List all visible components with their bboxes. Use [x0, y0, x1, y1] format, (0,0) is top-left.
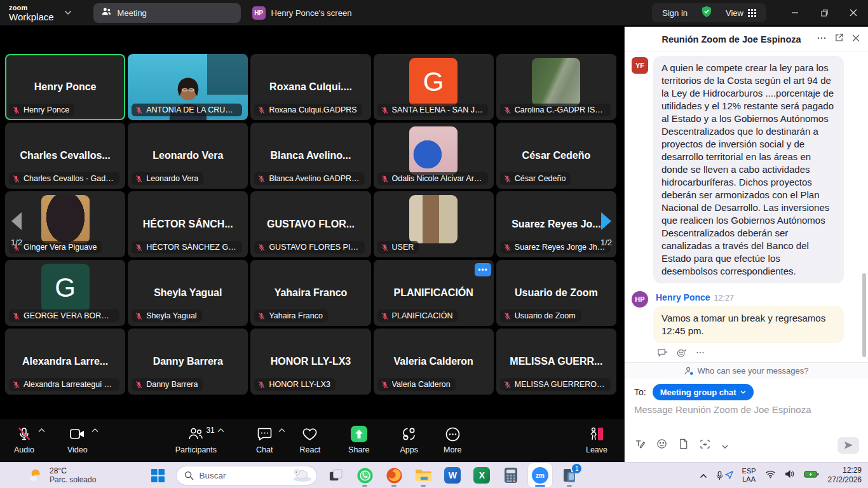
- clock[interactable]: 12:29 27/2/2026: [828, 466, 862, 485]
- view-button[interactable]: View: [726, 8, 756, 18]
- audio-button[interactable]: Audio: [14, 426, 34, 454]
- hidden-icons-chevron[interactable]: [700, 470, 707, 481]
- participant-tile[interactable]: Sheyla YagualSheyla Yagual: [128, 260, 248, 326]
- tile-more-options-button[interactable]: •••: [475, 263, 491, 276]
- participant-tile[interactable]: César CedeñoCésar Cedeño: [496, 123, 616, 189]
- mic-muted-icon: [12, 381, 20, 389]
- participant-tile[interactable]: Blanca Avelino...Blanca Avelino GADPR AN…: [250, 123, 370, 189]
- participant-name-pill: Leonardo Vera: [132, 172, 203, 185]
- screen-capture-icon[interactable]: [700, 439, 710, 452]
- chat-more-icon[interactable]: [817, 33, 827, 46]
- participant-name-pill: Valeria Calderon: [377, 378, 456, 391]
- mic-location-indicators[interactable]: [716, 471, 733, 480]
- privacy-note[interactable]: Who can see your messages?: [625, 362, 868, 379]
- battery-icon[interactable]: [804, 470, 819, 481]
- gallery-prev-page-button[interactable]: 1/2: [3, 211, 31, 247]
- participant-tile[interactable]: Carolina C.-GADPR ISLA SA...: [496, 54, 616, 120]
- restore-button[interactable]: [810, 0, 839, 25]
- participant-label: GEORGE VERA BORBOR: [24, 311, 114, 320]
- tab-meeting[interactable]: Meeting: [93, 3, 241, 23]
- participant-tile[interactable]: Leonardo VeraLeonardo Vera: [128, 123, 248, 189]
- start-button[interactable]: [146, 463, 170, 487]
- participant-tile[interactable]: Danny BarreraDanny Barrera: [128, 329, 248, 395]
- participant-tile[interactable]: MELISSA GUERR...MELISSA GUERRERO GADP...: [496, 329, 616, 395]
- apps-button[interactable]: Apps: [400, 426, 418, 454]
- chevron-up-icon[interactable]: [38, 428, 45, 433]
- message-sender[interactable]: Henry Ponce12:27: [656, 292, 734, 302]
- search-input[interactable]: [199, 471, 275, 480]
- security-shield-icon[interactable]: [700, 5, 713, 20]
- participant-tile[interactable]: ANTONIA DE LA CRUZ-GA...: [128, 54, 248, 120]
- react-button[interactable]: React: [299, 426, 320, 454]
- message-input[interactable]: [634, 404, 858, 415]
- chat-scrollbar[interactable]: [862, 273, 866, 357]
- mic-muted-icon: [503, 381, 512, 389]
- language-indicator[interactable]: ESP LAA: [742, 467, 756, 483]
- chevron-up-icon[interactable]: [278, 428, 285, 433]
- participant-tile[interactable]: HONOR LLY-LX3HONOR LLY-LX3: [250, 329, 370, 395]
- send-button[interactable]: [837, 437, 859, 454]
- taskbar-app-whatsapp[interactable]: [353, 463, 377, 487]
- chat-close-icon[interactable]: [851, 34, 860, 45]
- taskbar-app-taskview[interactable]: [323, 463, 348, 487]
- message-more-icon[interactable]: [696, 348, 705, 360]
- taskbar-app-calculator[interactable]: [499, 463, 523, 487]
- recipient-selector[interactable]: Meeting group chat: [653, 384, 754, 400]
- participant-tile[interactable]: GGEORGE VERA BORBOR: [5, 260, 125, 326]
- message-bubble[interactable]: Vamos a tomar un break y regresamos 12:4…: [653, 306, 844, 343]
- taskbar-app-word[interactable]: W: [440, 463, 465, 487]
- participant-tile[interactable]: Usuario de ZoomUsuario de Zoom: [496, 260, 616, 326]
- taskbar-app-explorer[interactable]: [411, 463, 435, 487]
- participant-tile[interactable]: Alexandra Larre...Alexandra Larreategui …: [5, 329, 125, 395]
- participant-name-pill: MELISSA GUERRERO GADP...: [500, 378, 611, 391]
- minimize-button[interactable]: [780, 0, 810, 25]
- taskbar-app-phonelink[interactable]: 1: [557, 463, 581, 487]
- share-button[interactable]: Share: [348, 426, 369, 454]
- weather-widget[interactable]: 28°C Parc. soleado: [28, 466, 96, 485]
- taskbar-search[interactable]: [176, 466, 317, 485]
- participant-tile[interactable]: Valeria CalderonValeria Calderon: [374, 329, 494, 395]
- participant-name-pill: SANTA ELENA - SAN JOSÉ ...: [377, 104, 488, 116]
- participants-button[interactable]: 31Participants: [175, 426, 217, 454]
- chat-button[interactable]: Chat: [256, 426, 273, 454]
- tab-henry-ponces-screen[interactable]: HP Henry Ponce's screen: [245, 3, 360, 23]
- participant-tile[interactable]: Yahaira FrancoYahaira Franco: [250, 260, 370, 326]
- attach-file-icon[interactable]: [679, 438, 688, 452]
- add-reaction-icon[interactable]: [677, 348, 687, 360]
- participant-tile[interactable]: HÉCTOR SÁNCH...HÉCTOR SÁNCHEZ GAD AT...: [128, 191, 248, 257]
- taskbar-app-firefox[interactable]: [382, 463, 406, 487]
- emoji-icon[interactable]: [656, 438, 667, 452]
- format-text-icon[interactable]: [634, 438, 645, 452]
- participant-tile[interactable]: USER: [374, 191, 494, 257]
- lang-top: ESP: [742, 467, 756, 475]
- volume-icon[interactable]: [785, 470, 795, 481]
- participant-tile[interactable]: Charles Cevallos...Charles Cevallos - Ga…: [5, 123, 125, 189]
- participant-tile[interactable]: Roxana Culqui....Roxana Culqui.GADPRS: [250, 54, 370, 120]
- video-button[interactable]: Video: [67, 426, 88, 454]
- chat-message-list[interactable]: YFA quien le compete crear la ley para l…: [625, 55, 868, 362]
- participant-name-pill: Usuario de Zoom: [500, 309, 581, 322]
- chevron-up-icon[interactable]: [92, 428, 98, 433]
- participant-tile[interactable]: Henry PonceHenry Ponce: [5, 54, 125, 120]
- participant-tile[interactable]: GSANTA ELENA - SAN JOSÉ ...: [374, 54, 494, 120]
- chat-title: Reunión Zoom de Joe Espinoza: [625, 34, 817, 44]
- taskbar-app-zoom[interactable]: zm: [528, 463, 552, 487]
- message-bubble[interactable]: A quien le compete crear la ley para los…: [653, 56, 844, 283]
- close-button[interactable]: [839, 0, 868, 25]
- sign-in-button[interactable]: Sign in: [662, 8, 688, 18]
- mic-muted-icon: [135, 175, 143, 183]
- wifi-icon[interactable]: [765, 470, 776, 481]
- chat-popout-icon[interactable]: [834, 33, 844, 45]
- react-label: React: [299, 445, 320, 454]
- participant-tile[interactable]: Odalis Nicole Alcivar Arias: [374, 123, 494, 189]
- gallery-next-page-button[interactable]: 1/2: [592, 211, 620, 247]
- leave-button[interactable]: Leave: [586, 426, 607, 454]
- chevron-down-icon[interactable]: [64, 10, 72, 15]
- reply-icon[interactable]: [657, 348, 668, 360]
- chevron-down-icon[interactable]: [722, 440, 728, 451]
- chat-header: Reunión Zoom de Joe Espinoza: [625, 27, 868, 52]
- taskbar-app-excel[interactable]: X: [470, 463, 494, 487]
- more-button[interactable]: More: [444, 426, 461, 454]
- participant-tile[interactable]: GUSTAVO FLOR...GUSTAVO FLORES PIGUAVE: [250, 191, 370, 257]
- chevron-up-icon[interactable]: [217, 428, 224, 433]
